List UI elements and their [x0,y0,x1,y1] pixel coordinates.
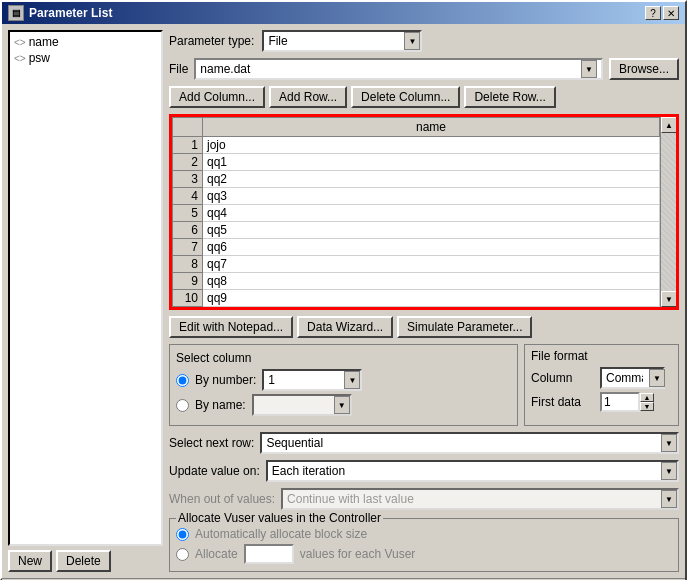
table-row[interactable]: 7qq6 [173,239,660,256]
scroll-up-button[interactable]: ▲ [661,117,677,133]
bottom-section: Select column By number: 1 ▼ By [169,344,679,426]
data-wizard-button[interactable]: Data Wizard... [297,316,393,338]
select-next-row-select[interactable]: Sequential Random Unique [260,432,679,454]
manual-allocate-radio[interactable] [176,548,189,561]
by-number-radio[interactable] [176,374,189,387]
scroll-track[interactable] [661,133,676,291]
param-type-select[interactable]: File Number String [262,30,422,52]
table-row[interactable]: 8qq7 [173,256,660,273]
table-row[interactable]: 4qq3 [173,188,660,205]
row-value: qq8 [203,273,660,290]
table-row[interactable]: 9qq8 [173,273,660,290]
edit-notepad-button[interactable]: Edit with Notepad... [169,316,293,338]
column-format-label: Column [531,371,596,385]
by-number-row: By number: 1 ▼ [176,369,511,391]
row-value: qq7 [203,256,660,273]
select-next-row-label: Select next row: [169,436,254,450]
file-format-title: File format [531,349,672,363]
table-row[interactable]: 10qq9 [173,290,660,307]
allocate-suffix: values for each Vuser [300,547,416,561]
param-type-row: Parameter type: File Number String ▼ [169,30,679,52]
row-number: 7 [173,239,203,256]
close-button[interactable]: ✕ [663,6,679,20]
row-value: qq5 [203,222,660,239]
when-out-label: When out of values: [169,492,275,506]
left-panel: <> name <> psw New Delete [8,30,163,572]
manual-allocate-label: Allocate [195,547,238,561]
file-input[interactable]: name.dat ▼ [194,58,603,80]
allocate-input[interactable] [244,544,294,564]
row-num-header [173,118,203,137]
select-column-box: Select column By number: 1 ▼ By [169,344,518,426]
file-label: File [169,62,188,76]
right-panel: Parameter type: File Number String ▼ Fil… [169,30,679,572]
row-value: qq4 [203,205,660,222]
by-name-label: By name: [195,398,246,412]
window-title: Parameter List [29,6,112,20]
auto-allocate-row: Automatically allocate block size [176,527,672,541]
row-value: jojo [203,137,660,154]
column-format-row: Column Comma Tab Space ▼ [531,367,672,389]
parameter-list-window: ▤ Parameter List ? ✕ <> name <> psw New [0,0,687,580]
table-row[interactable]: 2qq1 [173,154,660,171]
spinner-down-button[interactable]: ▼ [640,402,654,411]
by-name-select[interactable] [252,394,352,416]
table-row[interactable]: 5qq4 [173,205,660,222]
table-row[interactable]: 1jojo [173,137,660,154]
data-table-inner[interactable]: name 1jojo2qq13qq24qq35qq46qq57qq68qq79q… [172,117,660,307]
update-value-row: Update value on: Each iteration Each occ… [169,460,679,482]
first-data-input[interactable] [600,392,640,412]
title-buttons: ? ✕ [645,6,679,20]
column-buttons: Add Column... Add Row... Delete Column..… [169,86,679,108]
first-data-spinner: ▲ ▼ [600,392,654,412]
by-name-radio[interactable] [176,399,189,412]
when-out-select[interactable]: Continue with last value [281,488,679,510]
update-value-select[interactable]: Each iteration Each occurrence Once [266,460,679,482]
tree-label-psw: psw [29,51,50,65]
row-number: 10 [173,290,203,307]
spinner-up-button[interactable]: ▲ [640,393,654,402]
row-value: qq2 [203,171,660,188]
new-button[interactable]: New [8,550,52,572]
row-value: qq1 [203,154,660,171]
scroll-down-button[interactable]: ▼ [661,291,677,307]
tree-item-psw[interactable]: <> psw [12,50,159,66]
add-row-button[interactable]: Add Row... [269,86,347,108]
by-number-select[interactable]: 1 [262,369,362,391]
title-bar-text: ▤ Parameter List [8,5,112,21]
by-number-select-wrapper: 1 ▼ [262,369,362,391]
select-next-row-row: Select next row: Sequential Random Uniqu… [169,432,679,454]
file-input-text: name.dat [200,62,581,76]
row-number: 2 [173,154,203,171]
row-number: 9 [173,273,203,290]
update-value-label: Update value on: [169,464,260,478]
column-format-select[interactable]: Comma Tab Space [600,367,665,389]
add-column-button[interactable]: Add Column... [169,86,265,108]
table-row[interactable]: 6qq5 [173,222,660,239]
row-value: qq9 [203,290,660,307]
row-number: 3 [173,171,203,188]
auto-allocate-radio[interactable] [176,528,189,541]
select-column-title: Select column [176,351,511,365]
first-data-label: First data [531,395,596,409]
tree-item-name[interactable]: <> name [12,34,159,50]
delete-row-button[interactable]: Delete Row... [464,86,555,108]
by-number-label: By number: [195,373,256,387]
browse-button[interactable]: Browse... [609,58,679,80]
allocate-content: Automatically allocate block size Alloca… [176,527,672,564]
delete-column-button[interactable]: Delete Column... [351,86,460,108]
when-out-wrapper: Continue with last value ▼ [281,488,679,510]
file-dropdown-icon[interactable]: ▼ [581,60,597,78]
update-value-wrapper: Each iteration Each occurrence Once ▼ [266,460,679,482]
tree-icon-psw: <> [14,53,26,64]
window-content: <> name <> psw New Delete Parameter type… [2,24,685,578]
row-number: 1 [173,137,203,154]
left-buttons: New Delete [8,550,163,572]
simulate-button[interactable]: Simulate Parameter... [397,316,532,338]
vertical-scrollbar[interactable]: ▲ ▼ [660,117,676,307]
row-number: 8 [173,256,203,273]
tree-label-name: name [29,35,59,49]
help-button[interactable]: ? [645,6,661,20]
table-row[interactable]: 3qq2 [173,171,660,188]
delete-button[interactable]: Delete [56,550,111,572]
